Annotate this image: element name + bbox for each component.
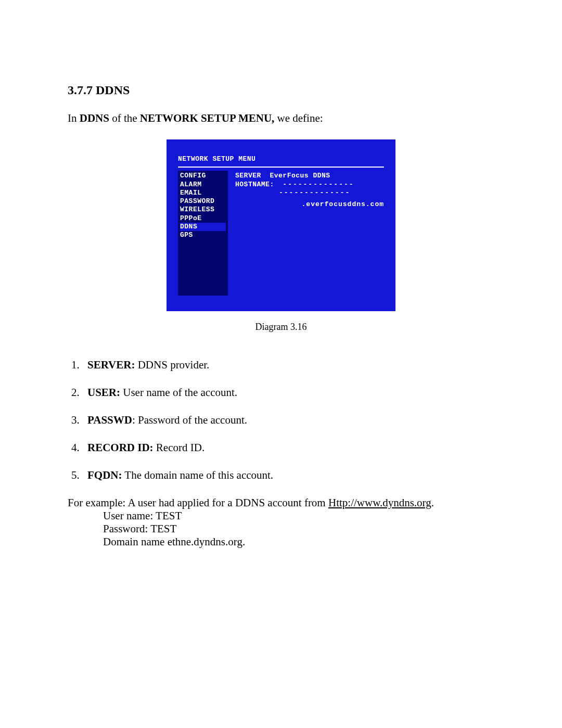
intro-paragraph: In DDNS of the NETWORK SETUP MENU, we de… <box>68 112 494 125</box>
example-line3: Password: TEST <box>68 522 176 535</box>
list-item: SERVER: DDNS provider. <box>82 359 494 372</box>
example-line1-post: . <box>431 496 434 509</box>
desc-server: DDNS provider. <box>135 359 209 371</box>
sidebar-item-pppoe[interactable]: PPPoE <box>180 214 226 223</box>
definitions-list: SERVER: DDNS provider. USER: User name o… <box>68 359 494 482</box>
terminal-main: SERVER EverFocus DDNS HOSTNAME: --------… <box>228 171 384 296</box>
desc-recordid: Record ID. <box>154 441 205 454</box>
domain-suffix: .everfocusddns.com <box>235 200 384 209</box>
term-server: SERVER: <box>87 359 135 371</box>
hostname-row-2: -------------- <box>235 189 384 197</box>
intro-bold-ddns: DDNS <box>80 112 109 124</box>
sidebar-item-alarm[interactable]: ALARM <box>180 181 226 189</box>
sidebar-item-wireless[interactable]: WIRELESS <box>180 206 226 214</box>
server-row: SERVER EverFocus DDNS <box>235 172 384 180</box>
sidebar-item-config[interactable]: CONFIG <box>180 172 226 180</box>
example-line1-pre: For example: A user had applied for a DD… <box>68 496 328 509</box>
terminal-sidebar: CONFIG ALARM EMAIL PASSWORD WIRELESS PPP… <box>178 171 228 296</box>
intro-bold-menu: NETWORK SETUP MENU, <box>140 112 274 124</box>
sidebar-item-ddns[interactable]: DDNS <box>180 223 226 231</box>
intro-text-mid: of the <box>109 112 140 124</box>
server-label: SERVER <box>235 172 261 180</box>
desc-fqdn: The domain name of this account. <box>122 469 274 481</box>
intro-text-pre: In <box>68 112 80 124</box>
figure-caption: Diagram 3.16 <box>68 322 494 333</box>
list-item: PASSWD: Password of the account. <box>82 414 494 427</box>
terminal-body: CONFIG ALARM EMAIL PASSWORD WIRELESS PPP… <box>178 171 384 296</box>
hostname-field[interactable]: -------------- <box>283 181 354 189</box>
terminal-title: NETWORK SETUP MENU <box>178 155 384 163</box>
document-page: 3.7.7 DDNS In DDNS of the NETWORK SETUP … <box>0 0 562 705</box>
list-item: FQDN: The domain name of this account. <box>82 469 494 482</box>
terminal-figure: NETWORK SETUP MENU CONFIG ALARM EMAIL PA… <box>167 139 395 311</box>
sidebar-item-password[interactable]: PASSWORD <box>180 197 226 206</box>
term-recordid: RECORD ID: <box>87 441 154 454</box>
hostname-row: HOSTNAME: -------------- <box>235 181 384 189</box>
sidebar-item-gps[interactable]: GPS <box>180 231 226 239</box>
example-link-dyndns[interactable]: Http://www.dyndns.org <box>328 496 431 509</box>
term-fqdn: FQDN: <box>87 469 122 481</box>
sidebar-item-email[interactable]: EMAIL <box>180 189 226 197</box>
list-item: RECORD ID: Record ID. <box>82 441 494 454</box>
example-line2: User name: TEST <box>68 509 182 522</box>
hostname-field-2[interactable]: -------------- <box>279 189 350 197</box>
server-value[interactable]: EverFocus DDNS <box>270 172 330 180</box>
example-paragraph: For example: A user had applied for a DD… <box>68 496 494 548</box>
section-heading: 3.7.7 DDNS <box>68 83 494 97</box>
example-line4: Domain name ethne.dyndns.org. <box>68 535 245 548</box>
term-user: USER: <box>87 386 120 399</box>
intro-text-post: we define: <box>274 112 323 124</box>
terminal-window: NETWORK SETUP MENU CONFIG ALARM EMAIL PA… <box>167 139 395 311</box>
list-item: USER: User name of the account. <box>82 386 494 399</box>
terminal-divider <box>178 167 384 168</box>
desc-passwd: : Password of the account. <box>132 414 247 426</box>
desc-user: User name of the account. <box>120 386 237 399</box>
term-passwd: PASSWD <box>87 414 132 426</box>
hostname-label: HOSTNAME: <box>235 181 274 188</box>
